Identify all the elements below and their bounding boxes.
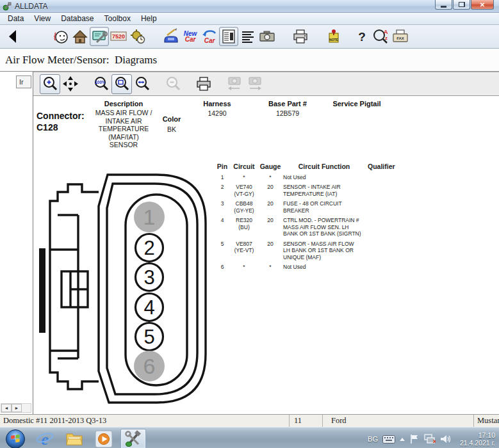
- zoom-100-icon[interactable]: 100%: [91, 74, 111, 94]
- alldata-app-icon[interactable]: [120, 429, 146, 448]
- svg-text:7520: 7520: [112, 33, 125, 40]
- table-row: 2VE740(VT-GY)20SENSOR - INTAKE AIRTEMPER…: [215, 184, 407, 197]
- document-header: Air Flow Meter/Sensor: Diagrams: [0, 49, 499, 72]
- harness-value: 14290: [192, 109, 243, 118]
- restore-button[interactable]: [453, 0, 470, 10]
- image-prev-icon: [224, 74, 245, 94]
- side-panel-top: Ir: [0, 72, 33, 96]
- page-title: Air Flow Meter/Sensor: Diagrams: [5, 54, 157, 67]
- print-page-icon[interactable]: [193, 74, 214, 94]
- search-az-icon[interactable]: A z: [372, 27, 391, 46]
- table-row: 3CBB48(GY-YE)20FUSE - 48 OR CIRCUITBREAK…: [215, 200, 407, 214]
- table-row: 4RE320(BU)20CTRL MOD. - POWERTRAIN #MASS…: [215, 217, 407, 237]
- main-toolbar: 7520 NewCar: [0, 25, 499, 49]
- pin-number-3: 3: [143, 266, 154, 289]
- zoom-fit-width-icon[interactable]: [132, 74, 152, 94]
- menu-database[interactable]: Database: [56, 13, 99, 24]
- svg-text:Car: Car: [204, 37, 216, 44]
- table-row: 5VE807(YE-VT)20SENSOR - MASS AIR FLOWLH …: [215, 241, 407, 261]
- harness-label: Harness: [192, 100, 243, 108]
- clock-date: 21.4.2021 г.: [455, 439, 495, 447]
- base-part-value: 12B579: [259, 109, 316, 118]
- camera-icon[interactable]: [258, 27, 277, 46]
- car-return-icon[interactable]: Car: [200, 27, 219, 46]
- media-player-icon[interactable]: [91, 429, 117, 448]
- color-label: Color: [159, 115, 184, 123]
- pin-number-1: 1: [143, 205, 156, 229]
- zoom-in-icon[interactable]: [40, 74, 60, 94]
- menu-bar: DataViewDatabaseToolboxHelp: [0, 13, 499, 25]
- color-value: BK: [159, 125, 184, 134]
- phone-note-icon[interactable]: [161, 27, 181, 46]
- menu-toolbox[interactable]: Toolbox: [99, 13, 136, 24]
- menu-view[interactable]: View: [29, 13, 56, 24]
- clock-time: 17:10: [455, 431, 495, 439]
- new-car-icon[interactable]: NewCar: [181, 27, 200, 46]
- print-icon[interactable]: [291, 27, 310, 46]
- service-pigtail-label: Service Pigtail: [325, 100, 389, 108]
- table-row: 1**Not Used: [215, 174, 407, 181]
- vehicle-tools-icon[interactable]: [90, 27, 109, 46]
- article-icon[interactable]: [219, 27, 238, 46]
- show-hidden-icon[interactable]: [400, 438, 405, 441]
- svg-text:FAX: FAX: [397, 36, 404, 40]
- pin-number-2: 2: [143, 237, 154, 259]
- back-icon[interactable]: [4, 27, 23, 46]
- action-center-flag-icon[interactable]: [409, 434, 420, 444]
- explorer-folder-icon[interactable]: [61, 429, 87, 448]
- viewer-toolbar: 100%: [33, 72, 499, 96]
- calculator-7520-icon[interactable]: 7520: [109, 27, 128, 46]
- status-make: Ford: [323, 415, 474, 427]
- diagram-viewer[interactable]: Connector: C128 Description Harness Base…: [33, 96, 499, 414]
- horizontal-scrollbar[interactable]: ◄ ►: [1, 403, 31, 413]
- window-title: ALLDATA: [15, 2, 48, 11]
- menu-data[interactable]: Data: [3, 13, 29, 24]
- image-next-icon: [245, 74, 265, 94]
- svg-text:e: e: [41, 430, 49, 448]
- scroll-right-icon[interactable]: ►: [12, 404, 22, 412]
- index-tab[interactable]: Ir: [16, 76, 31, 88]
- status-bar: Domestic #11 2011-2013 Q3-13 11 Ford Mus…: [0, 414, 499, 427]
- title-bar: ALLDATA ✕: [0, 0, 499, 13]
- fax-icon[interactable]: FAX: [391, 27, 410, 46]
- clock[interactable]: 17:10 21.4.2021 г.: [455, 431, 495, 447]
- description-label: Description: [79, 100, 168, 108]
- gears-clock-icon[interactable]: [128, 27, 147, 46]
- minimize-button[interactable]: [435, 0, 452, 10]
- table-row: 6**Not Used: [215, 264, 407, 271]
- description-value: MASS AIR FLOW /INTAKE AIRTEMPERATURE(MAF…: [79, 109, 168, 149]
- start-orb-icon[interactable]: [3, 429, 28, 448]
- svg-text:A: A: [384, 29, 388, 35]
- connector-id: C128: [37, 122, 58, 133]
- note-icon[interactable]: NOTE: [324, 27, 343, 46]
- tech-head-icon[interactable]: [51, 27, 70, 46]
- network-error-icon[interactable]: ✕: [424, 434, 436, 444]
- connector-label: Connector:: [37, 110, 85, 122]
- status-year: 11: [290, 415, 323, 427]
- zoom-out-icon: [163, 74, 183, 94]
- svg-text:100%: 100%: [95, 80, 106, 84]
- system-tray: BG ✕ 17:10 21.4.2021 г.: [368, 428, 498, 448]
- pin-number-6: 6: [143, 354, 156, 378]
- internet-explorer-icon[interactable]: e: [32, 429, 58, 448]
- svg-text:NOTE: NOTE: [329, 38, 339, 42]
- left-panel: ◄ ►: [0, 96, 33, 414]
- menu-help[interactable]: Help: [136, 13, 162, 24]
- scroll-left-icon[interactable]: ◄: [1, 404, 12, 412]
- close-button[interactable]: ✕: [471, 0, 494, 10]
- status-database: Domestic #11 2011-2013 Q3-13: [0, 415, 290, 427]
- speaker-icon[interactable]: [440, 434, 451, 444]
- pin-number-5: 5: [143, 326, 154, 348]
- zoom-window-icon[interactable]: [111, 74, 132, 94]
- help-icon[interactable]: ?: [352, 27, 372, 46]
- base-part-label: Base Part #: [259, 100, 316, 108]
- text-view-icon[interactable]: [238, 27, 258, 46]
- app-icon: [3, 2, 12, 11]
- language-indicator[interactable]: BG: [368, 435, 378, 443]
- svg-text:?: ?: [358, 30, 366, 44]
- home-icon[interactable]: [70, 27, 90, 46]
- pin-table-header: PinCircuitGaugeCircuit FunctionQualifier: [215, 163, 407, 170]
- svg-text:✕: ✕: [432, 438, 436, 444]
- keyboard-icon[interactable]: [382, 435, 395, 444]
- pan-icon[interactable]: [60, 74, 81, 94]
